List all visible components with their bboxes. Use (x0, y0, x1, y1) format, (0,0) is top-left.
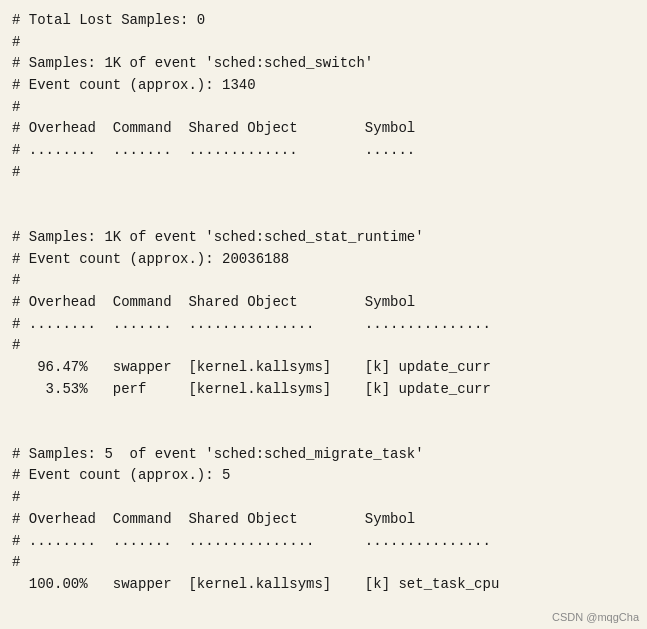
line-25: # ........ ....... ............... .....… (12, 533, 491, 549)
line-22: # Event count (approx.): 5 (12, 467, 230, 483)
line-23: # (12, 489, 20, 505)
line-11: # Samples: 1K of event 'sched:sched_stat… (12, 229, 424, 245)
line-17: 96.47% swapper [kernel.kallsyms] [k] upd… (12, 359, 491, 375)
line-27: 100.00% swapper [kernel.kallsyms] [k] se… (12, 576, 499, 592)
line-5: # (12, 99, 20, 115)
line-3: # Samples: 1K of event 'sched:sched_swit… (12, 55, 373, 71)
watermark: CSDN @mqgCha (552, 611, 639, 623)
line-7: # ........ ....... ............. ...... (12, 142, 415, 158)
line-2: # (12, 34, 20, 50)
line-26: # (12, 554, 20, 570)
line-24: # Overhead Command Shared Object Symbol (12, 511, 415, 527)
line-8: # (12, 164, 20, 180)
line-14: # Overhead Command Shared Object Symbol (12, 294, 415, 310)
line-15: # ........ ....... ............... .....… (12, 316, 491, 332)
line-21: # Samples: 5 of event 'sched:sched_migra… (12, 446, 424, 462)
line-1: # Total Lost Samples: 0 (12, 12, 205, 28)
line-6: # Overhead Command Shared Object Symbol (12, 120, 415, 136)
line-13: # (12, 272, 20, 288)
line-18: 3.53% perf [kernel.kallsyms] [k] update_… (12, 381, 491, 397)
line-12: # Event count (approx.): 20036188 (12, 251, 289, 267)
terminal-output: # Total Lost Samples: 0 # # Samples: 1K … (12, 10, 635, 596)
line-4: # Event count (approx.): 1340 (12, 77, 256, 93)
line-16: # (12, 337, 20, 353)
